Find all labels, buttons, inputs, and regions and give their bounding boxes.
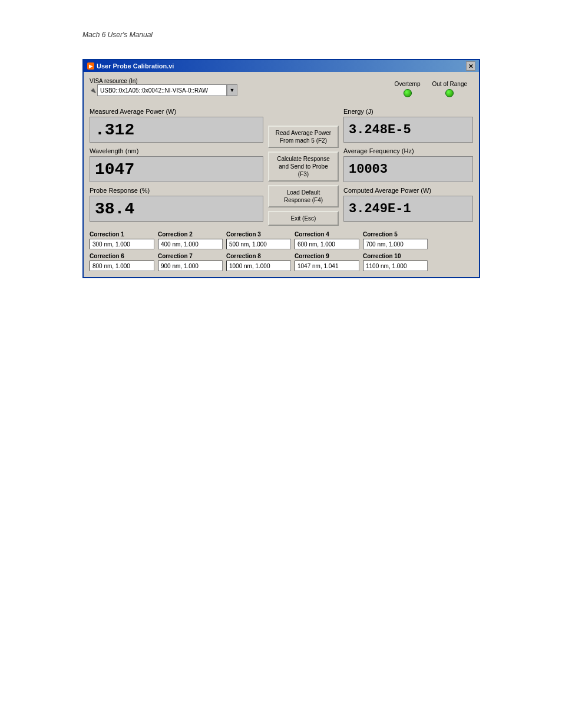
correction-9: Correction 91047 nm, 1.041 bbox=[295, 253, 359, 271]
visa-dropdown-arrow[interactable]: ▼ bbox=[227, 84, 237, 96]
correction-7-label: Correction 7 bbox=[158, 253, 223, 259]
computed-power-display: 3.249E-1 bbox=[343, 196, 473, 222]
correction-10-label: Correction 10 bbox=[363, 253, 428, 259]
correction-8-value[interactable]: 1000 nm, 1.000 bbox=[226, 261, 291, 271]
wavelength-label: Wavelength (nm) bbox=[90, 147, 263, 154]
correction-9-value[interactable]: 1047 nm, 1.041 bbox=[295, 261, 359, 271]
visa-section: VISA resource (In) 🔌 USB0::0x1A05::0x004… bbox=[90, 78, 237, 102]
correction-5: Correction 5700 nm, 1.000 bbox=[363, 231, 428, 249]
visa-select-box[interactable]: USB0::0x1A05::0x0042::NI-VISA-0::RAW bbox=[97, 84, 227, 96]
probe-response-display: 38.4 bbox=[90, 196, 263, 222]
measured-power-display: .312 bbox=[90, 117, 263, 143]
correction-10: Correction 101100 nm, 1.000 bbox=[363, 253, 428, 271]
correction-1: Correction 1300 nm, 1.000 bbox=[90, 231, 154, 249]
correction-2-value[interactable]: 400 nm, 1.000 bbox=[158, 239, 223, 249]
corrections-grid: Correction 1300 nm, 1.000Correction 2400… bbox=[90, 231, 473, 271]
avg-freq-display: 10003 bbox=[343, 156, 473, 182]
exit-button[interactable]: Exit (Esc) bbox=[268, 211, 339, 226]
correction-7-value[interactable]: 900 nm, 1.000 bbox=[158, 261, 223, 271]
energy-label: Energy (J) bbox=[343, 108, 473, 115]
correction-3: Correction 3500 nm, 1.000 bbox=[226, 231, 291, 249]
out-of-range-indicator: Out of Range bbox=[432, 81, 467, 97]
calculate-button[interactable]: Calculate Response and Send to Probe (F3… bbox=[268, 151, 339, 182]
correction-10-value[interactable]: 1100 nm, 1.000 bbox=[363, 261, 428, 271]
visa-label: VISA resource (In) bbox=[90, 78, 237, 84]
left-col: Measured Average Power (W) .312 Waveleng… bbox=[90, 108, 263, 226]
correction-6-value[interactable]: 800 nm, 1.000 bbox=[90, 261, 154, 271]
right-col: Energy (J) 3.248E-5 Average Frequency (H… bbox=[343, 108, 473, 226]
page-label: Mach 6 User's Manual bbox=[82, 31, 153, 39]
load-default-button[interactable]: Load Default Response (F4) bbox=[268, 185, 339, 207]
visa-icon: 🔌 bbox=[90, 87, 97, 93]
correction-2: Correction 2400 nm, 1.000 bbox=[158, 231, 223, 249]
title-icon: ▶ bbox=[87, 62, 94, 70]
avg-freq-label: Average Frequency (Hz) bbox=[343, 147, 473, 154]
correction-8-label: Correction 8 bbox=[226, 253, 291, 259]
corrections-section: Correction 1300 nm, 1.000Correction 2400… bbox=[90, 231, 473, 271]
overtemp-label: Overtemp bbox=[395, 81, 421, 87]
visa-row: 🔌 USB0::0x1A05::0x0042::NI-VISA-0::RAW ▼ bbox=[90, 84, 237, 96]
correction-1-label: Correction 1 bbox=[90, 231, 154, 238]
window-title-left: ▶ User Probe Calibration.vi bbox=[87, 62, 174, 70]
close-button[interactable]: ✕ bbox=[466, 61, 475, 71]
correction-4-label: Correction 4 bbox=[295, 231, 359, 238]
out-of-range-label: Out of Range bbox=[432, 81, 467, 87]
correction-3-label: Correction 3 bbox=[226, 231, 291, 238]
correction-5-label: Correction 5 bbox=[363, 231, 428, 238]
probe-response-label: Probe Response (%) bbox=[90, 187, 263, 194]
correction-3-value[interactable]: 500 nm, 1.000 bbox=[226, 239, 291, 249]
correction-1-value[interactable]: 300 nm, 1.000 bbox=[90, 239, 154, 249]
overtemp-led bbox=[404, 89, 412, 97]
correction-4: Correction 4600 nm, 1.000 bbox=[295, 231, 359, 249]
energy-display: 3.248E-5 bbox=[343, 117, 473, 143]
correction-5-value[interactable]: 700 nm, 1.000 bbox=[363, 239, 428, 249]
correction-6-label: Correction 6 bbox=[90, 253, 154, 259]
correction-2-label: Correction 2 bbox=[158, 231, 223, 238]
correction-6: Correction 6800 nm, 1.000 bbox=[90, 253, 154, 271]
read-power-button[interactable]: Read Average Power From mach 5 (F2) bbox=[268, 126, 339, 148]
correction-8: Correction 81000 nm, 1.000 bbox=[226, 253, 291, 271]
window-title: User Probe Calibration.vi bbox=[97, 62, 174, 70]
wavelength-display: 1047 bbox=[90, 156, 263, 182]
computed-power-label: Computed Average Power (W) bbox=[343, 187, 473, 194]
correction-4-value[interactable]: 600 nm, 1.000 bbox=[295, 239, 359, 249]
correction-9-label: Correction 9 bbox=[295, 253, 359, 259]
top-section: Measured Average Power (W) .312 Waveleng… bbox=[90, 108, 473, 226]
window-body: VISA resource (In) 🔌 USB0::0x1A05::0x004… bbox=[84, 72, 479, 277]
overtemp-indicator: Overtemp bbox=[395, 81, 421, 97]
middle-col: Read Average Power From mach 5 (F2) Calc… bbox=[268, 108, 339, 226]
window-titlebar: ▶ User Probe Calibration.vi ✕ bbox=[84, 60, 479, 72]
indicators-section: Overtemp Out of Range bbox=[395, 78, 473, 97]
out-of-range-led bbox=[445, 89, 454, 97]
main-window: ▶ User Probe Calibration.vi ✕ VISA resou… bbox=[82, 59, 480, 278]
correction-7: Correction 7900 nm, 1.000 bbox=[158, 253, 223, 271]
measured-power-label: Measured Average Power (W) bbox=[90, 108, 263, 115]
